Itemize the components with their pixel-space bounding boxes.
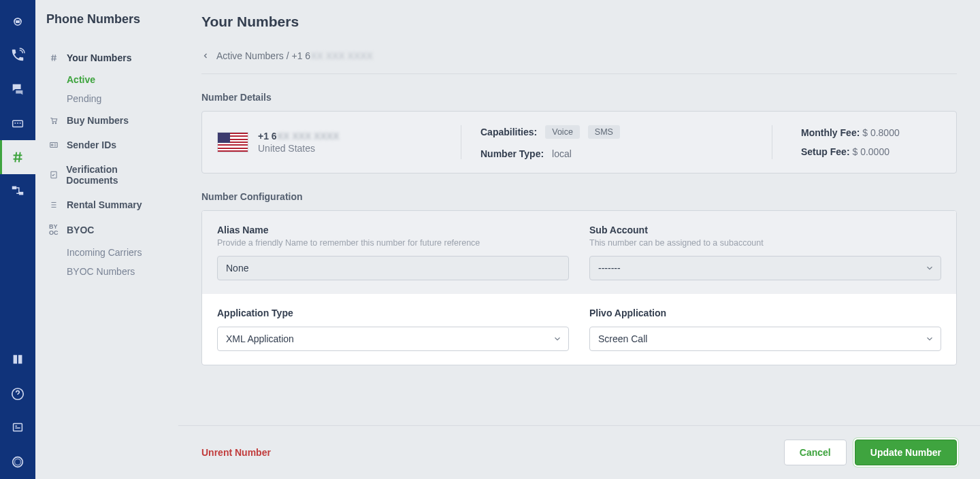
sidebar-sub-byoc-numbers[interactable]: BYOC Numbers bbox=[67, 262, 172, 281]
hash-icon bbox=[49, 53, 60, 63]
sip-icon bbox=[10, 116, 25, 131]
capability-sms: SMS bbox=[588, 125, 620, 139]
help-icon bbox=[10, 386, 25, 401]
sidebar-item-label: BYOC bbox=[67, 225, 94, 235]
rail-trunk[interactable] bbox=[0, 174, 35, 208]
svg-rect-8 bbox=[12, 186, 16, 190]
plivoapp-label: Plivo Application bbox=[589, 308, 941, 318]
rail-messaging[interactable] bbox=[0, 72, 35, 106]
svg-point-3 bbox=[18, 20, 19, 21]
cancel-button[interactable]: Cancel bbox=[784, 440, 847, 465]
cloud-grid-icon bbox=[10, 14, 25, 29]
svg-rect-7 bbox=[13, 120, 23, 127]
sidebar-item-sender-ids[interactable]: Sender IDs bbox=[45, 133, 172, 157]
byoc-icon: BYOC bbox=[49, 224, 60, 236]
svg-rect-11 bbox=[14, 424, 22, 431]
sidebar-item-buy-numbers[interactable]: Buy Numbers bbox=[45, 108, 172, 133]
sidebar-item-your-numbers[interactable]: Your Numbers bbox=[45, 46, 172, 70]
chat-icon bbox=[10, 82, 25, 97]
icon-rail bbox=[0, 0, 35, 479]
sidebar: Phone Numbers Your Numbers Active Pendin… bbox=[35, 0, 178, 479]
sidebar-item-label: Buy Numbers bbox=[67, 115, 129, 126]
svg-point-15 bbox=[55, 122, 56, 123]
network-icon bbox=[10, 184, 25, 199]
rail-docs[interactable] bbox=[0, 343, 35, 377]
svg-point-4 bbox=[16, 22, 17, 22]
number-details-card: +1 6XX XXX XXXX United States Capabiliti… bbox=[201, 111, 957, 174]
phone-icon bbox=[10, 48, 25, 63]
svg-point-2 bbox=[17, 20, 18, 21]
svg-point-6 bbox=[18, 22, 19, 22]
apptype-select[interactable]: XML Application bbox=[217, 327, 569, 351]
id-icon bbox=[49, 140, 60, 150]
sidebar-sub-pending-numbers[interactable]: Pending bbox=[67, 89, 172, 108]
alias-label: Alias Name bbox=[217, 225, 569, 235]
alias-hint: Provide a friendly Name to remember this… bbox=[217, 238, 569, 248]
list-icon bbox=[49, 200, 60, 210]
rail-phone-numbers[interactable] bbox=[0, 140, 35, 174]
main: Your Numbers Active Numbers / +1 6XX XXX… bbox=[178, 0, 980, 479]
cart-icon bbox=[49, 116, 60, 125]
number-type-label: Number Type: bbox=[480, 148, 544, 159]
setup-fee-label: Setup Fee: bbox=[801, 146, 850, 157]
sidebar-item-label: Sender IDs bbox=[67, 139, 116, 150]
hash-icon bbox=[10, 150, 25, 165]
subaccount-label: Sub Account bbox=[589, 225, 941, 235]
sidebar-item-verification[interactable]: Verification Documents bbox=[45, 157, 172, 193]
sidebar-item-label: Verification Documents bbox=[66, 164, 167, 186]
sidebar-item-rental[interactable]: Rental Summary bbox=[45, 193, 172, 217]
sidebar-item-label: Rental Summary bbox=[67, 199, 142, 210]
svg-point-17 bbox=[52, 144, 53, 146]
vertical-divider bbox=[772, 125, 772, 159]
rail-sip[interactable] bbox=[0, 106, 35, 140]
monthly-fee-label: Monthly Fee: bbox=[801, 127, 860, 138]
sidebar-item-label: Your Numbers bbox=[67, 52, 131, 63]
sidebar-title: Phone Numbers bbox=[45, 12, 172, 27]
invoice-icon bbox=[10, 420, 25, 435]
update-button[interactable]: Update Number bbox=[855, 440, 957, 465]
footer-bar: Unrent Number Cancel Update Number bbox=[178, 425, 980, 479]
sidebar-sub-incoming-carriers[interactable]: Incoming Carriers bbox=[67, 243, 172, 262]
circle-icon bbox=[10, 455, 25, 469]
capability-voice: Voice bbox=[545, 125, 580, 139]
rail-voice[interactable] bbox=[0, 38, 35, 72]
plivoapp-select[interactable]: Screen Call bbox=[589, 327, 941, 351]
svg-point-14 bbox=[52, 122, 53, 123]
flag-us-icon bbox=[217, 132, 248, 152]
number-config-card: Alias Name Provide a friendly Name to re… bbox=[201, 210, 957, 365]
config-section-title: Number Configuration bbox=[201, 191, 957, 202]
sidebar-item-byoc[interactable]: BYOC BYOC bbox=[45, 217, 172, 243]
vertical-divider bbox=[461, 125, 461, 159]
book-icon bbox=[10, 352, 25, 367]
svg-point-5 bbox=[17, 22, 18, 22]
svg-point-1 bbox=[16, 20, 17, 21]
breadcrumb-text: Active Numbers / +1 6XX XXX XXXX bbox=[216, 50, 373, 61]
apptype-label: Application Type bbox=[217, 308, 569, 318]
unrent-link[interactable]: Unrent Number bbox=[201, 447, 271, 458]
subaccount-hint: This number can be assigned to a subacco… bbox=[589, 238, 941, 248]
rail-account[interactable] bbox=[0, 445, 35, 479]
page-title: Your Numbers bbox=[201, 14, 957, 30]
rail-home[interactable] bbox=[0, 4, 35, 38]
number-value: +1 6XX XXX XXXX bbox=[258, 131, 339, 142]
number-type-value: local bbox=[552, 148, 572, 159]
alias-input[interactable] bbox=[217, 256, 569, 280]
setup-fee-value: $ 0.0000 bbox=[852, 146, 889, 157]
breadcrumb[interactable]: Active Numbers / +1 6XX XXX XXXX bbox=[201, 50, 957, 74]
rail-help[interactable] bbox=[0, 377, 35, 411]
subaccount-select[interactable]: ------- bbox=[589, 256, 941, 280]
capabilities-label: Capabilities: bbox=[480, 127, 537, 137]
chevron-left-icon bbox=[201, 52, 210, 60]
number-country: United States bbox=[258, 143, 339, 154]
svg-rect-9 bbox=[19, 192, 23, 195]
svg-point-13 bbox=[14, 459, 20, 465]
doc-check-icon bbox=[49, 170, 59, 180]
monthly-fee-value: $ 0.8000 bbox=[862, 127, 900, 138]
details-section-title: Number Details bbox=[201, 92, 957, 103]
rail-billing[interactable] bbox=[0, 411, 35, 445]
sidebar-sub-active-numbers[interactable]: Active bbox=[67, 70, 172, 89]
